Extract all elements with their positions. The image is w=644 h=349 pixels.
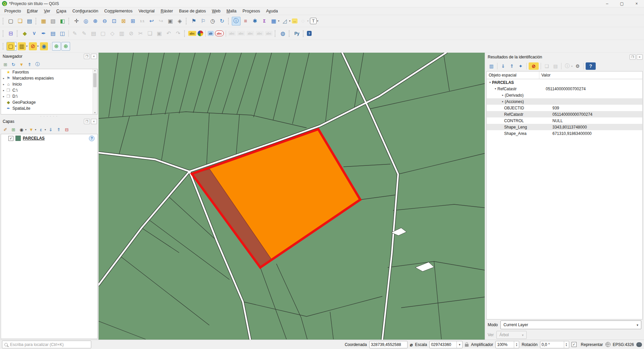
new-geopackage-layer-button[interactable]: ◆ — [20, 29, 29, 38]
menu-vectorial[interactable]: Vectorial — [136, 8, 158, 14]
new-mesh-layer-button[interactable]: ▤ — [49, 29, 57, 38]
dropdown-arrow-icon[interactable] — [289, 19, 290, 22]
zoom-to-layer-button[interactable]: ⊞ — [128, 17, 137, 26]
dropdown-arrow-icon[interactable] — [25, 128, 26, 131]
new-project-button[interactable]: ▢ — [6, 17, 15, 26]
result-row-objectid[interactable]: OBJECTID 939 — [487, 105, 642, 111]
result-row-refcatastr-group[interactable]: ▾RefCatastr 051140000000700274 — [487, 86, 642, 92]
zoom-to-selection-button[interactable]: ⊠ — [119, 17, 128, 26]
expander-icon[interactable]: ▸ — [501, 94, 505, 97]
extents-toggle-icon[interactable]: ⌀ — [410, 342, 413, 347]
dropdown-arrow-icon[interactable] — [26, 45, 28, 48]
manage-themes-button[interactable]: ◉ — [18, 126, 27, 133]
redo-button[interactable]: ↷ — [174, 29, 182, 38]
menu-ayuda[interactable]: Ayuda — [263, 8, 281, 14]
browser-properties-button[interactable]: ⓘ — [34, 61, 41, 68]
scale-lock-icon[interactable] — [465, 344, 469, 347]
menu-configuracion[interactable]: Configuración — [69, 8, 101, 14]
metasearch-button[interactable]: ◍ — [278, 29, 287, 38]
browser-item-marcadores[interactable]: ▸ ⚑ Marcadores espaciales — [1, 75, 97, 81]
identify-help-button[interactable]: ? — [585, 62, 596, 70]
result-row-acciones[interactable]: ▸(Acciones) — [487, 98, 642, 105]
browser-filter-button[interactable]: ▼ — [18, 61, 25, 68]
menu-capa[interactable]: Capa — [53, 8, 69, 14]
rotate-label-button[interactable]: abc — [255, 31, 264, 36]
new-shapefile-layer-button[interactable]: V — [30, 29, 39, 38]
map-tips-button[interactable]: … — [291, 18, 298, 24]
current-edits-button[interactable]: ✎ — [70, 29, 79, 38]
locator-searchbox[interactable] — [2, 341, 91, 348]
toggle-editing-button[interactable]: ✎ — [80, 29, 89, 38]
new-spatialite-layer-button[interactable]: ✒ — [39, 29, 48, 38]
new-virtual-layer-button[interactable]: ◫ — [58, 29, 67, 38]
scale-combobox[interactable]: ▾ — [429, 341, 463, 348]
panel-float-button[interactable]: ❐ — [84, 119, 90, 124]
open-attribute-table-button[interactable]: ▦ — [269, 17, 280, 26]
add-group-button[interactable]: ⊞ — [10, 126, 17, 133]
mode-combobox[interactable]: Current Layer — [500, 320, 641, 329]
menu-proyecto[interactable]: Proyecto — [1, 8, 24, 14]
spinner-arrows-icon[interactable]: ▲▼ — [514, 341, 519, 348]
menu-web[interactable]: Web — [209, 8, 223, 14]
scrollbar-thumb[interactable] — [93, 73, 97, 87]
pan-map-button[interactable]: ✛ — [72, 17, 81, 26]
dropdown-arrow-icon[interactable] — [45, 128, 46, 131]
select-by-location-button[interactable]: ◉ — [40, 42, 48, 51]
layer-styling-button[interactable]: ✐ — [2, 126, 9, 133]
new-layout-button[interactable]: ▦ — [39, 17, 48, 26]
clear-results-button[interactable]: ⊘ — [528, 62, 539, 70]
menu-complementos[interactable]: Complementos — [101, 8, 136, 14]
result-row-refcatastr[interactable]: RefCatastr 051140000000700274 — [487, 111, 642, 117]
select-features-button[interactable]: ▢ — [6, 42, 17, 51]
result-row-shape-area[interactable]: Shape_Area 671310,91863400000 — [487, 130, 642, 137]
column-header-objeto-espacial[interactable]: Objeto espacial — [487, 71, 539, 79]
show-hide-labels-button[interactable]: abc — [237, 31, 246, 36]
dropdown-arrow-icon[interactable] — [37, 45, 39, 48]
collapse-all-button[interactable]: ⇑ — [55, 126, 62, 133]
expand-all-button[interactable]: ⇓ — [47, 126, 54, 133]
change-label-button[interactable]: abc — [265, 31, 273, 36]
dropdown-arrow-icon[interactable] — [317, 19, 318, 22]
measure-button[interactable]: ◿ — [280, 17, 291, 26]
rotation-spinner[interactable]: ▲▼ — [540, 341, 569, 348]
expand-new-results-button[interactable]: ✦ — [517, 62, 525, 70]
show-sum-button[interactable]: Σ — [260, 17, 269, 26]
remove-layer-button[interactable]: ⊟ — [63, 126, 70, 133]
style-manager-button[interactable]: ◧ — [58, 17, 67, 26]
result-row-control[interactable]: CONTROL NULL — [487, 117, 642, 124]
menu-base-de-datos[interactable]: Base de datos — [176, 8, 209, 14]
view-combobox[interactable]: Árbol — [496, 331, 527, 339]
add-feature-button[interactable]: ▢ — [99, 29, 107, 38]
move-label-button[interactable]: abc — [246, 31, 255, 36]
layer-name[interactable]: PARCELAS — [23, 136, 45, 141]
zoom-out-button[interactable]: ⊖ — [100, 17, 109, 26]
dropdown-arrow-icon[interactable]: ▾ — [457, 341, 462, 348]
new-3d-map-view-button[interactable]: ◈ — [175, 17, 184, 26]
print-response-button[interactable]: ▤ — [551, 62, 559, 70]
crs-indicator[interactable]: EPSG:4326 — [613, 342, 634, 347]
modify-attributes-button[interactable]: ▥ — [117, 29, 126, 38]
map-svg[interactable] — [99, 53, 485, 340]
data-source-manager-button[interactable]: ⊟ — [6, 29, 15, 38]
result-row-derivado[interactable]: ▸(Derivado) — [487, 92, 642, 98]
delete-selected-button[interactable]: ⊘ — [127, 29, 136, 38]
text-annotation-button[interactable]: T — [310, 17, 319, 24]
save-project-button[interactable]: ▤ — [25, 17, 34, 26]
close-button[interactable]: × — [629, 0, 644, 7]
layer-diagram-button[interactable] — [197, 30, 204, 37]
column-header-valor[interactable]: Valor — [539, 73, 550, 78]
magnifier-spinner[interactable]: ▲▼ — [495, 341, 519, 348]
dropdown-arrow-icon[interactable] — [35, 128, 36, 131]
filter-legend-button[interactable]: ▼ — [28, 126, 37, 133]
expander-icon[interactable]: ▾ — [493, 87, 497, 90]
show-bookmarks-button[interactable]: ⚐ — [199, 17, 208, 26]
coordinate-input[interactable] — [369, 341, 408, 348]
dropdown-arrow-icon[interactable] — [571, 65, 573, 68]
open-project-button[interactable]: ❏ — [16, 17, 24, 26]
target-tool-button-2[interactable]: ⊕ — [61, 42, 70, 51]
layer-labeling-button[interactable]: abc — [188, 31, 197, 36]
temporal-controller-button[interactable]: ◷ — [208, 17, 217, 26]
collapse-tree-button[interactable]: ⇑ — [508, 62, 516, 70]
scale-input[interactable] — [430, 342, 457, 348]
deselect-features-button[interactable]: ⊘ — [29, 42, 39, 51]
